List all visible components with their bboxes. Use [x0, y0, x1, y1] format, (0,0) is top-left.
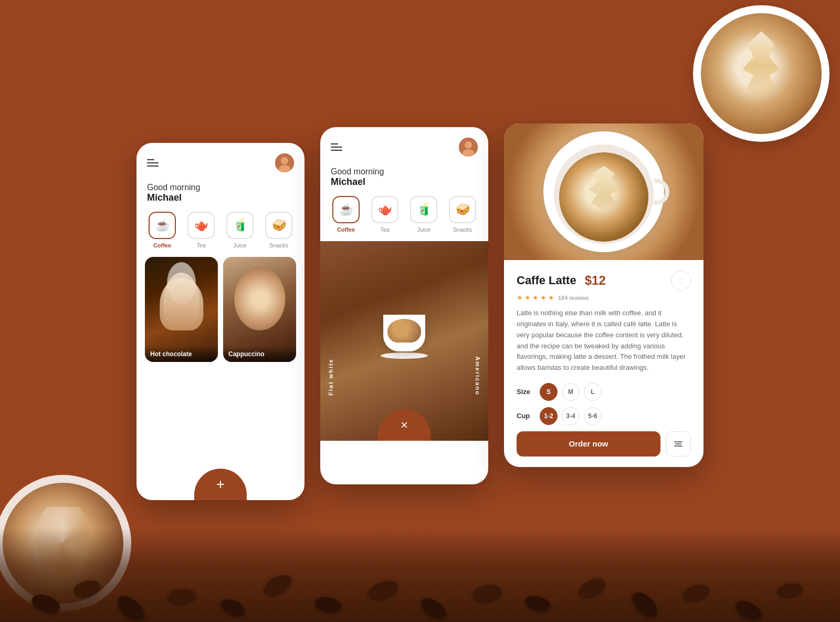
filter-settings-button[interactable]	[666, 431, 691, 457]
heart-icon: ♡	[677, 276, 685, 286]
size-row: Size S M L	[517, 383, 691, 401]
size-m-button[interactable]: M	[562, 383, 580, 401]
left-product-label: Flat white	[328, 358, 334, 396]
close-button[interactable]: ×	[378, 409, 430, 441]
screen2-cat-tab-juice[interactable]: 🧃 Juice	[406, 196, 441, 233]
screen2-cat-label-coffee: Coffee	[337, 226, 355, 233]
cat-icon-tea-wrap: 🫖	[187, 212, 215, 239]
star-4: ★	[540, 294, 547, 302]
screen2-juice-icon: 🧃	[417, 203, 431, 216]
greeting-text: Good morning	[147, 183, 294, 192]
screen2-cat-tab-coffee[interactable]: ☕ Coffee	[329, 196, 363, 233]
cup-row: Cup 1-2 3-4 5-6	[517, 407, 691, 425]
cat-label-coffee: Coffee	[153, 242, 171, 248]
detail-title-row: Caffe Latte $12 ♡	[517, 271, 691, 291]
rating-row: ★ ★ ★ ★ ★ 184 reviews	[517, 294, 691, 302]
screen2-cat-icon-tea-wrap: 🫖	[371, 196, 398, 223]
screen1-phone: Good morning Michael ☕ Coffee 🫖 Tea 🧃	[136, 143, 304, 500]
product-description: Latte is nothing else than milk with cof…	[517, 308, 691, 374]
product-label-cappuccino: Cappuccino	[223, 346, 296, 362]
category-tabs: ☕ Coffee 🫖 Tea 🧃 Juice 🥪 Snack	[136, 212, 304, 248]
favorite-button[interactable]: ♡	[671, 271, 691, 291]
screen2-hamburger-icon[interactable]	[331, 143, 342, 151]
screen2-cat-label-juice: Juice	[417, 226, 430, 233]
cup-1-2-button[interactable]: 1-2	[540, 407, 558, 425]
screen2-cat-tab-snacks[interactable]: 🥪 Snacks	[445, 196, 480, 233]
right-product-label: Americano	[475, 356, 481, 396]
detail-panel: Caffe Latte $12 ♡ ★ ★ ★ ★ ★ 184 reviews …	[504, 123, 704, 467]
featured-coffee-cup	[378, 315, 430, 367]
screen2-greeting-text: Good morning	[331, 167, 478, 177]
coffee-icon: ☕	[155, 219, 170, 232]
product-grid: Hot chocolate Cappuccino	[136, 257, 304, 362]
cup-label: Cup	[517, 412, 533, 420]
close-icon: ×	[401, 418, 408, 432]
cup-5-6-button[interactable]: 5-6	[584, 407, 602, 425]
screen2-category-tabs: ☕ Coffee 🫖 Tea 🧃 Juice 🥪 Snack	[320, 196, 488, 233]
product-card-hot-chocolate[interactable]: Hot chocolate	[145, 257, 218, 362]
juice-icon: 🧃	[233, 219, 247, 232]
product-detail-price: $12	[585, 273, 606, 288]
cat-tab-coffee[interactable]: ☕ Coffee	[145, 212, 180, 248]
fab-container: +	[136, 469, 304, 500]
cat-icon-snacks-wrap: 🥪	[265, 212, 292, 239]
screen2-phone: Good morning Michael ☕ Coffee 🫖 Tea 🧃	[320, 127, 488, 484]
detail-coffee-image	[504, 123, 704, 260]
size-l-button[interactable]: L	[584, 383, 602, 401]
cup-3-4-button[interactable]: 3-4	[562, 407, 580, 425]
size-options: S M L	[540, 383, 602, 401]
screen1-header	[136, 143, 304, 178]
screen2-header	[320, 127, 488, 162]
star-1: ★	[517, 294, 523, 302]
screen2-user-avatar[interactable]	[459, 138, 478, 157]
screen2-tea-icon: 🫖	[378, 203, 392, 216]
screen2-snacks-icon: 🥪	[456, 203, 470, 216]
cat-tab-juice[interactable]: 🧃 Juice	[223, 212, 257, 248]
cat-label-juice: Juice	[233, 242, 247, 248]
detail-content: Caffe Latte $12 ♡ ★ ★ ★ ★ ★ 184 reviews …	[504, 260, 704, 467]
screen2-cat-icon-coffee-wrap: ☕	[332, 196, 360, 223]
screen2-cat-tab-tea[interactable]: 🫖 Tea	[368, 196, 402, 233]
cat-tab-tea[interactable]: 🫖 Tea	[184, 212, 218, 248]
product-carousel: Cappuccino Flat white Americano ×	[320, 241, 488, 441]
cat-icon-juice-wrap: 🧃	[226, 212, 254, 239]
snacks-icon: 🥪	[272, 219, 286, 232]
order-row: Order now	[517, 431, 691, 457]
cat-icon-coffee-wrap: ☕	[149, 212, 176, 239]
svg-point-4	[465, 141, 472, 149]
screen2-cat-label-snacks: Snacks	[453, 226, 472, 233]
cat-label-tea: Tea	[196, 242, 206, 248]
add-fab-button[interactable]: +	[194, 469, 247, 500]
screen2-greeting-name: Michael	[331, 177, 478, 188]
size-label: Size	[517, 388, 533, 396]
size-s-button[interactable]: S	[540, 383, 558, 401]
cat-tab-snacks[interactable]: 🥪 Snacks	[261, 212, 296, 248]
screen1-greeting: Good morning Michael	[136, 178, 304, 212]
svg-point-1	[281, 157, 288, 164]
add-icon: +	[216, 476, 225, 493]
filter-icon	[674, 441, 682, 447]
product-card-cappuccino[interactable]: Cappuccino	[223, 257, 296, 362]
close-fab-container: ×	[320, 409, 488, 441]
hamburger-menu-icon[interactable]	[147, 159, 159, 167]
tea-icon: 🫖	[194, 219, 208, 232]
product-detail-name: Caffe Latte	[517, 274, 576, 287]
star-2: ★	[524, 294, 531, 302]
name-price-wrap: Caffe Latte $12	[517, 273, 606, 288]
screen2-cat-icon-snacks-wrap: 🥪	[449, 196, 476, 223]
screen2-cat-icon-juice-wrap: 🧃	[410, 196, 437, 223]
cup-options: 1-2 3-4 5-6	[540, 407, 602, 425]
user-avatar[interactable]	[275, 153, 294, 172]
product-label-hot-chocolate: Hot chocolate	[145, 346, 218, 362]
star-5-half: ★	[548, 294, 554, 302]
order-now-button[interactable]: Order now	[517, 431, 660, 457]
star-3: ★	[532, 294, 539, 302]
screen2-greeting: Good morning Michael	[320, 162, 488, 196]
cat-label-snacks: Snacks	[269, 242, 288, 248]
greeting-name: Michael	[147, 192, 294, 203]
screen2-cat-label-tea: Tea	[380, 226, 390, 233]
screen2-coffee-icon: ☕	[339, 203, 353, 216]
review-count: 184 reviews	[558, 295, 589, 301]
